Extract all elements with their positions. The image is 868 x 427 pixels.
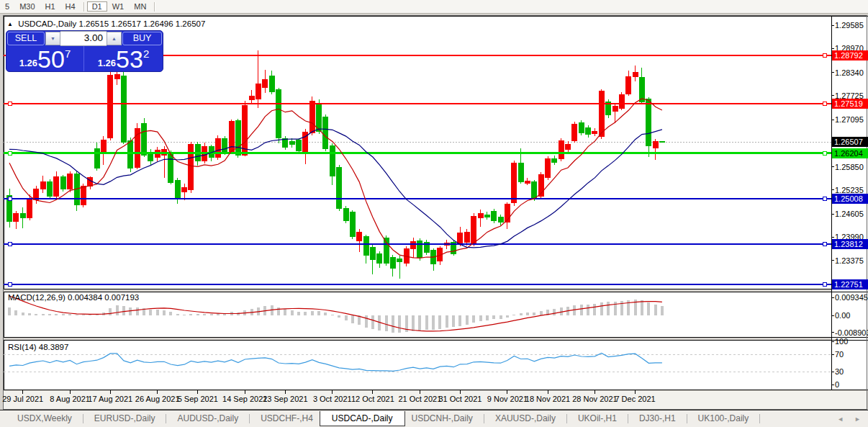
buy-price-prefix: 1.26 bbox=[98, 58, 116, 68]
candle-body bbox=[263, 79, 268, 88]
macd-histogram-bar bbox=[82, 315, 85, 315]
macd-histogram-bar bbox=[385, 315, 388, 331]
candle-body bbox=[128, 140, 133, 168]
candle-body bbox=[168, 153, 173, 182]
volume-increase-button[interactable]: ▲ bbox=[107, 32, 122, 45]
macd-histogram-bar bbox=[189, 314, 192, 315]
price-badge: 1.28792 bbox=[832, 50, 868, 60]
macd-histogram-bar bbox=[291, 310, 294, 315]
collapse-chart-icon[interactable]: ▲ bbox=[7, 21, 13, 27]
candle-body bbox=[525, 181, 530, 183]
chart-tab-ukoil-h1[interactable]: UKOil-,H1 bbox=[571, 411, 623, 426]
macd-histogram-bar bbox=[418, 315, 421, 331]
macd-histogram-bar bbox=[438, 315, 441, 329]
date-label: 26 Aug 2021 bbox=[135, 395, 180, 403]
candle-body bbox=[81, 186, 86, 204]
tab-scroll-controls: ◄► bbox=[837, 415, 861, 423]
tab-scroll-left-button[interactable]: ◄ bbox=[837, 415, 844, 423]
candle-body bbox=[363, 237, 369, 255]
macd-histogram-bar bbox=[647, 302, 650, 315]
candle-body bbox=[343, 208, 348, 220]
candle-body bbox=[659, 142, 664, 143]
price-tick-label: 1.23375 bbox=[835, 256, 864, 265]
macd-histogram-bar bbox=[14, 310, 17, 315]
price-badge: 1.22751 bbox=[832, 279, 868, 289]
candle-body bbox=[478, 214, 483, 217]
level-anchor-handle bbox=[823, 102, 827, 105]
candle-body bbox=[60, 177, 65, 189]
macd-histogram-bar bbox=[458, 315, 461, 326]
macd-histogram-bar bbox=[109, 308, 112, 315]
rsi-tick-label: 100 bbox=[835, 337, 848, 346]
candle-body bbox=[317, 103, 322, 131]
buy-button[interactable]: BUY bbox=[122, 32, 162, 45]
candle-body bbox=[633, 72, 638, 77]
chart-tab-audusd-daily[interactable]: AUDUSD-,Daily bbox=[171, 411, 245, 426]
chart-tab-xauusd-daily[interactable]: XAUUSD-,Daily bbox=[489, 411, 562, 426]
chart-tab-uk100-daily[interactable]: UK100-,Daily bbox=[692, 411, 756, 426]
macd-histogram-bar bbox=[163, 310, 166, 315]
chart-tab-usdcnh-daily[interactable]: USDCNH-,Daily bbox=[405, 411, 479, 426]
macd-histogram-bar bbox=[412, 315, 415, 331]
macd-histogram-bar bbox=[365, 315, 368, 328]
rsi-tick-label: 70 bbox=[835, 350, 844, 359]
volume-input[interactable]: 3.00 bbox=[60, 31, 107, 46]
level-anchor-handle bbox=[9, 242, 12, 246]
macd-histogram-bar bbox=[492, 315, 495, 319]
candle-body bbox=[532, 182, 537, 199]
tab-separator bbox=[628, 414, 628, 423]
sell-price-big: 50 bbox=[37, 47, 65, 71]
candle-body bbox=[626, 77, 631, 94]
macd-histogram-bar bbox=[277, 307, 280, 315]
candle-body bbox=[222, 138, 227, 152]
macd-histogram-bar bbox=[600, 302, 603, 315]
macd-histogram-bar bbox=[392, 315, 394, 333]
chart-tab-dj30-h1[interactable]: DJ30-,H1 bbox=[633, 411, 682, 426]
candle-body bbox=[289, 141, 294, 144]
date-label: 31 Oct 2021 bbox=[438, 395, 482, 403]
sell-button[interactable]: SELL bbox=[7, 32, 45, 45]
candle-body bbox=[20, 213, 25, 217]
candle-body bbox=[397, 259, 402, 261]
tab-scroll-right-button[interactable]: ► bbox=[854, 415, 861, 423]
ohlc-readout: 1.26515 1.26517 1.26496 1.26507 bbox=[78, 19, 205, 28]
candle-body bbox=[417, 241, 422, 258]
macd-histogram-bar bbox=[654, 305, 657, 315]
buy-price[interactable]: 1.26 53 2 bbox=[84, 46, 163, 71]
macd-histogram-bar bbox=[48, 314, 51, 315]
sell-price[interactable]: 1.26 50 7 bbox=[6, 46, 84, 71]
tab-separator bbox=[249, 414, 250, 423]
candle-body bbox=[243, 106, 248, 155]
macd-histogram-bar bbox=[136, 307, 139, 315]
rsi-indicator-label: RSI(14) 48.3897 bbox=[8, 343, 68, 351]
candle-body bbox=[114, 75, 119, 79]
candle-body bbox=[48, 181, 53, 196]
volume-decrease-button[interactable]: ▼ bbox=[45, 32, 60, 45]
chart-tab-eurusd-daily[interactable]: EURUSD-,Daily bbox=[88, 411, 162, 426]
date-label: 7 Dec 2021 bbox=[615, 395, 655, 403]
macd-histogram-bar bbox=[499, 315, 502, 319]
chart-tab-usdchf-h4[interactable]: USDCHF-,H4 bbox=[254, 411, 320, 426]
one-click-trading-panel: SELL ▼ 3.00 ▲ BUY 1.26 50 7 1.26 53 2 bbox=[6, 30, 163, 72]
chart-tab-usdx-weekly[interactable]: USDX,Weekly bbox=[11, 411, 78, 426]
macd-histogram-bar bbox=[122, 306, 125, 315]
triangle-down-icon: ▼ bbox=[50, 36, 55, 41]
macd-histogram-bar bbox=[210, 314, 213, 315]
price-badge: 1.27519 bbox=[832, 99, 868, 109]
candle-body bbox=[108, 76, 113, 138]
date-label: 14 Sep 2021 bbox=[222, 395, 267, 403]
macd-histogram-bar bbox=[587, 305, 589, 315]
macd-histogram-bar bbox=[486, 315, 489, 320]
price-tick-label: 1.25850 bbox=[835, 163, 864, 171]
candle-body bbox=[94, 149, 99, 168]
level-anchor-handle bbox=[9, 282, 12, 286]
candle-body bbox=[101, 140, 106, 152]
chart-tab-usdcad-daily[interactable]: USDCAD-,Daily bbox=[320, 411, 405, 426]
macd-histogram-bar bbox=[284, 309, 286, 315]
macd-histogram-bar bbox=[297, 312, 300, 315]
candle-body bbox=[189, 145, 194, 190]
rsi-tick-label: 30 bbox=[835, 367, 844, 376]
level-anchor-handle bbox=[823, 151, 827, 155]
macd-histogram-bar bbox=[176, 314, 179, 315]
candle-body bbox=[330, 146, 335, 176]
